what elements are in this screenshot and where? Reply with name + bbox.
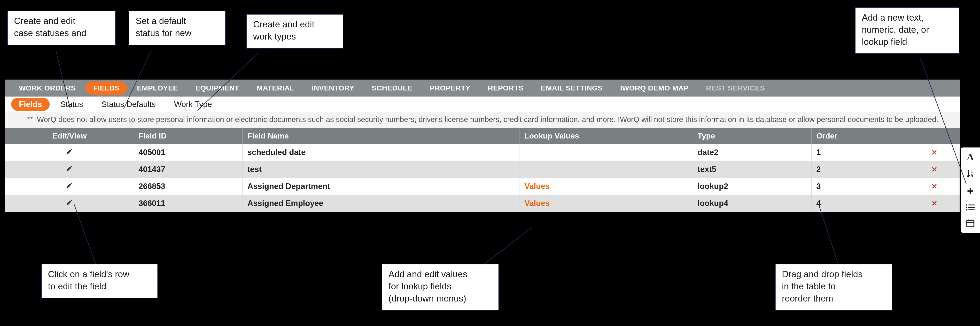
callout-text: Click on a field's row xyxy=(48,268,150,280)
nav-schedule[interactable]: SCHEDULE xyxy=(364,82,420,94)
cell-delete: ✕ xyxy=(908,144,960,161)
svg-point-14 xyxy=(966,209,967,210)
delete-icon[interactable]: ✕ xyxy=(931,182,937,190)
callout-text: to edit the field xyxy=(48,280,150,292)
top-nav: WORK ORDERS FIELDS EMPLOYEE EQUIPMENT MA… xyxy=(5,80,960,96)
nav-material[interactable]: MATERIAL xyxy=(249,82,302,94)
add-lookup-field-button[interactable] xyxy=(964,203,976,211)
cell-delete: ✕ xyxy=(908,178,960,195)
table-row[interactable]: 266853Assigned DepartmentValueslookup23✕ xyxy=(5,178,960,195)
cell-order[interactable]: 3 xyxy=(812,178,908,195)
cell-field-name: Assigned Employee xyxy=(243,195,520,212)
callout-text: numeric, date, or xyxy=(862,24,951,36)
add-date-field-button[interactable] xyxy=(964,218,976,228)
nav-inventory[interactable]: INVENTORY xyxy=(304,82,362,94)
callout-text: Create and edit xyxy=(253,18,336,30)
callout-text: Create and edit xyxy=(14,15,108,27)
callout-text: Set a default xyxy=(136,15,218,27)
callout-text: lookup field xyxy=(862,36,951,48)
svg-point-13 xyxy=(966,207,967,208)
sub-nav: Fields Status Status Defaults Work Type xyxy=(5,96,960,112)
nav-rest-services[interactable]: REST SERVICES xyxy=(698,82,773,94)
cell-field-name: scheduled date xyxy=(243,144,520,161)
nav-email-settings[interactable]: EMAIL SETTINGS xyxy=(533,82,610,94)
cell-edit xyxy=(5,144,134,161)
edit-icon[interactable] xyxy=(66,182,73,191)
cell-lookup xyxy=(520,161,693,178)
cell-order[interactable]: 2 xyxy=(812,161,908,178)
svg-text:9: 9 xyxy=(971,174,973,178)
cell-lookup: Values xyxy=(520,178,693,195)
cell-field-id: 405001 xyxy=(134,144,243,161)
nav-property[interactable]: PROPERTY xyxy=(422,82,478,94)
th-edit: Edit/View xyxy=(5,128,134,144)
cell-type: lookup4 xyxy=(693,195,812,212)
nav-work-orders[interactable]: WORK ORDERS xyxy=(11,82,84,94)
cell-field-name: Assigned Department xyxy=(243,178,520,195)
callout-text: Drag and drop fields xyxy=(782,268,885,280)
callout-reorder: Drag and drop fields in the table to reo… xyxy=(775,264,892,310)
th-name: Field Name xyxy=(243,128,520,144)
nav-equipment[interactable]: EQUIPMENT xyxy=(188,82,247,94)
svg-rect-15 xyxy=(967,220,974,227)
svg-line-6 xyxy=(819,205,838,264)
cell-field-id: 266853 xyxy=(134,178,243,195)
callout-status: Create and edit case statuses and xyxy=(7,11,116,45)
callout-text: for lookup fields xyxy=(388,280,491,292)
cell-type: text5 xyxy=(693,161,812,178)
nav-employee[interactable]: EMPLOYEE xyxy=(129,82,186,94)
edit-icon[interactable] xyxy=(66,165,73,174)
delete-icon[interactable]: ✕ xyxy=(931,200,937,208)
subnav-status[interactable]: Status xyxy=(52,98,91,111)
cell-field-name: test xyxy=(243,161,520,178)
subnav-fields[interactable]: Fields xyxy=(11,98,50,111)
th-order: Order xyxy=(812,128,908,144)
callout-status-defaults: Set a default status for new xyxy=(129,11,226,45)
svg-point-12 xyxy=(966,204,967,205)
nav-fields[interactable]: FIELDS xyxy=(86,82,127,94)
nav-demo-map[interactable]: IWORQ DEMO MAP xyxy=(612,82,696,94)
cell-edit xyxy=(5,195,134,212)
table-row[interactable]: 401437testtext52✕ xyxy=(5,161,960,178)
delete-icon[interactable]: ✕ xyxy=(931,165,937,173)
nav-reports[interactable]: REPORTS xyxy=(480,82,531,94)
th-delete xyxy=(908,128,960,144)
add-field-button[interactable]: + xyxy=(964,185,976,197)
cell-type: lookup2 xyxy=(693,178,812,195)
cell-lookup xyxy=(520,144,693,161)
th-lookup: Lookup Values xyxy=(520,128,693,144)
cell-edit xyxy=(5,161,134,178)
table-row[interactable]: 405001scheduled datedate21✕ xyxy=(5,144,960,161)
svg-line-4 xyxy=(74,204,95,264)
callout-text: work types xyxy=(253,30,336,43)
th-id: Field ID xyxy=(134,128,243,144)
cell-lookup: Values xyxy=(520,195,693,212)
svg-text:1: 1 xyxy=(971,169,973,173)
table-header-row: Edit/View Field ID Field Name Lookup Val… xyxy=(5,128,960,144)
edit-icon[interactable] xyxy=(66,199,73,208)
add-text-field-button[interactable]: A xyxy=(964,152,976,162)
delete-icon[interactable]: ✕ xyxy=(931,149,937,157)
cell-field-id: 366011 xyxy=(134,195,243,212)
disclaimer-text: ** iWorQ does not allow users to store p… xyxy=(5,112,960,128)
add-numeric-field-button[interactable]: 1 9 xyxy=(964,169,976,179)
lookup-values-link[interactable]: Values xyxy=(524,199,550,208)
cell-delete: ✕ xyxy=(908,161,960,178)
edit-icon[interactable] xyxy=(66,148,73,157)
subnav-work-type[interactable]: Work Type xyxy=(166,98,220,111)
cell-edit xyxy=(5,178,134,195)
fields-table: Edit/View Field ID Field Name Lookup Val… xyxy=(5,128,960,212)
svg-line-5 xyxy=(484,227,532,264)
tool-rail: A 1 9 + xyxy=(961,147,980,233)
callout-text: (drop-down menus) xyxy=(388,292,491,305)
app-shell: WORK ORDERS FIELDS EMPLOYEE EQUIPMENT MA… xyxy=(5,80,960,212)
callout-row-edit: Click on a field's row to edit the field xyxy=(41,264,158,298)
table-row[interactable]: 366011Assigned EmployeeValueslookup44✕ xyxy=(5,195,960,212)
cell-order[interactable]: 4 xyxy=(812,195,908,212)
callout-text: in the table to xyxy=(782,280,885,292)
callout-text: status for new xyxy=(136,27,218,39)
subnav-status-defaults[interactable]: Status Defaults xyxy=(94,98,164,111)
cell-order[interactable]: 1 xyxy=(812,144,908,161)
lookup-values-link[interactable]: Values xyxy=(524,182,550,191)
callout-lookup-values: Add and edit values for lookup fields (d… xyxy=(382,264,499,310)
